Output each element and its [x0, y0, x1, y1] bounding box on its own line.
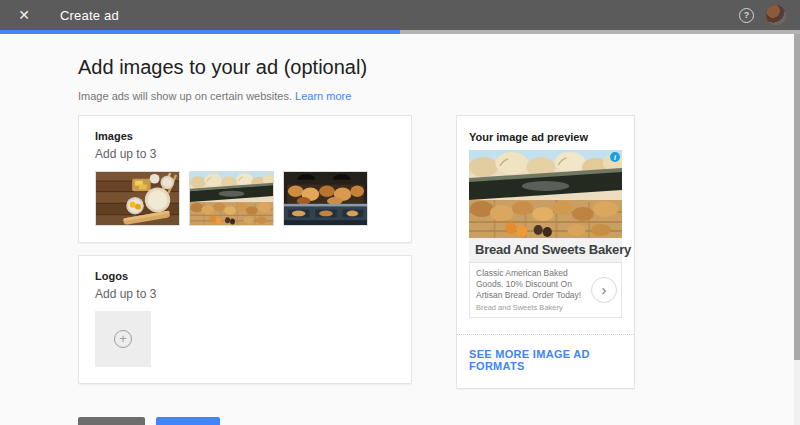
- scrollbar[interactable]: [794, 34, 800, 425]
- scrollbar-thumb[interactable]: [794, 34, 800, 360]
- baking-ingredients-photo: [96, 172, 179, 225]
- page-heading: Add images to your ad (optional): [78, 56, 800, 79]
- preview-card-title: Your image ad preview: [469, 131, 622, 143]
- ad-preview-image: i: [469, 150, 622, 238]
- image-thumbnails: [95, 171, 395, 226]
- main-content: Add images to your ad (optional) Image a…: [0, 34, 800, 425]
- avatar[interactable]: [766, 5, 786, 25]
- page-subtext: Image ads will show up on certain websit…: [78, 90, 800, 102]
- page-title-topbar: Create ad: [60, 8, 119, 23]
- logos-card-title: Logos: [95, 270, 395, 282]
- back-button[interactable]: BACK: [78, 417, 145, 425]
- logos-card-subtitle: Add up to 3: [95, 287, 395, 301]
- footer-actions: BACK NEXT: [78, 417, 412, 425]
- image-thumbnail-bakery-display[interactable]: [189, 171, 274, 226]
- bakery-display-photo: [190, 172, 273, 225]
- next-button[interactable]: NEXT: [156, 417, 220, 425]
- image-thumbnail-baking-ingredients[interactable]: [95, 171, 180, 226]
- image-thumbnail-bakery-interior[interactable]: [283, 171, 368, 226]
- ad-body: Classic American Baked Goods. 10% Discou…: [469, 262, 622, 318]
- bakery-display-photo-large: [469, 150, 622, 238]
- learn-more-link[interactable]: Learn more: [295, 90, 351, 102]
- images-card: Images Add up to 3: [78, 115, 412, 243]
- create-ad-window: ✕ Create ad ? Add images to your ad (opt…: [0, 0, 800, 425]
- add-logo-button[interactable]: +: [95, 311, 151, 367]
- ad-advertiser-name: Bread and Sweets Bakery: [476, 303, 587, 312]
- ad-headline: Bread And Sweets Bakery: [475, 242, 616, 257]
- ad-chevron-button[interactable]: ›: [591, 277, 617, 303]
- progress-bar: [0, 30, 800, 34]
- topbar: ✕ Create ad ?: [0, 0, 800, 30]
- chevron-right-icon: ›: [602, 282, 607, 297]
- progress-fill: [0, 30, 400, 34]
- ad-preview-card: Your image ad preview: [456, 115, 635, 389]
- images-card-subtitle: Add up to 3: [95, 147, 395, 161]
- preview-divider: [457, 334, 634, 335]
- logos-card: Logos Add up to 3 +: [78, 255, 412, 384]
- help-icon[interactable]: ?: [739, 8, 754, 23]
- bakery-interior-photo: [284, 172, 367, 225]
- see-more-formats-link[interactable]: SEE MORE IMAGE AD FORMATS: [469, 348, 622, 372]
- images-card-title: Images: [95, 130, 395, 142]
- ad-description: Classic American Baked Goods. 10% Discou…: [476, 268, 587, 301]
- add-icon: +: [114, 330, 132, 348]
- ad-preview-unit: i Bread And Sweets Bakery Classic Americ…: [469, 150, 622, 318]
- subtext-label: Image ads will show up on certain websit…: [78, 90, 292, 102]
- close-icon[interactable]: ✕: [14, 5, 34, 25]
- adchoices-icon[interactable]: i: [610, 152, 620, 162]
- topbar-right: ?: [739, 5, 786, 25]
- ad-headline-band: Bread And Sweets Bakery: [469, 238, 622, 262]
